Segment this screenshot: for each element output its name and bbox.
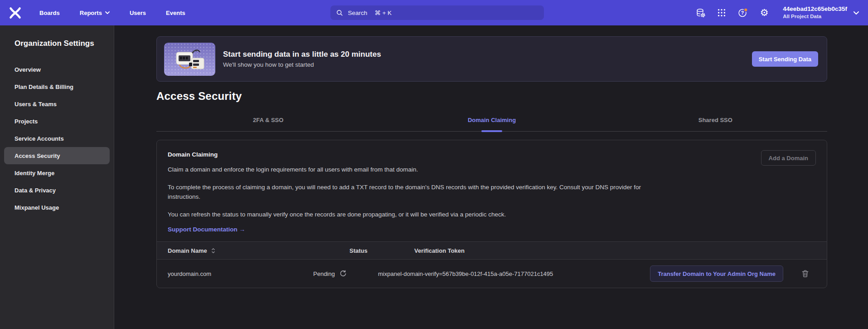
chevron-down-icon bbox=[853, 11, 859, 15]
delete-domain-icon[interactable] bbox=[800, 268, 811, 280]
verification-token-cell: mixpanel-domain-verify=567b39be-012f-415… bbox=[378, 270, 647, 277]
top-nav: Boards Reports Users Events Search ⌘ + K bbox=[0, 0, 868, 25]
column-header-label: Domain Name bbox=[168, 247, 207, 254]
data-management-icon[interactable] bbox=[695, 7, 706, 18]
page-title: Access Security bbox=[156, 90, 827, 103]
mixpanel-logo-icon[interactable] bbox=[9, 7, 21, 19]
column-header-domain-name[interactable]: Domain Name bbox=[157, 247, 313, 254]
tab-2fa-sso[interactable]: 2FA & SSO bbox=[156, 117, 380, 131]
tab-shared-sso[interactable]: Shared SSO bbox=[604, 117, 827, 131]
org-id: 44eebad12c65eb0c35f bbox=[783, 5, 847, 13]
chevron-down-icon bbox=[105, 11, 110, 14]
sidebar-item-data-privacy[interactable]: Data & Privacy bbox=[0, 182, 114, 199]
project-switcher[interactable]: 44eebad12c65eb0c35f All Project Data bbox=[783, 5, 859, 20]
panel-description-2: To complete the process of claiming a do… bbox=[168, 182, 657, 202]
tab-domain-claiming[interactable]: Domain Claiming bbox=[380, 117, 603, 131]
sidebar-menu: Overview Plan Details & Billing Users & … bbox=[0, 61, 114, 216]
onboarding-banner: Start sending data in as little as 20 mi… bbox=[156, 36, 827, 82]
search-icon bbox=[336, 9, 343, 16]
sidebar-item-projects[interactable]: Projects bbox=[0, 113, 114, 130]
help-icon[interactable]: ? bbox=[737, 7, 748, 18]
nav-item-events[interactable]: Events bbox=[166, 10, 185, 16]
banner-title: Start sending data in as little as 20 mi… bbox=[223, 50, 381, 59]
domain-name-cell: yourdomain.com bbox=[157, 270, 313, 277]
search-shortcut: ⌘ + K bbox=[374, 9, 392, 16]
domain-claiming-panel: Domain Claiming Claim a domain and enfor… bbox=[156, 140, 827, 288]
project-name: All Project Data bbox=[783, 13, 847, 20]
sidebar-item-overview[interactable]: Overview bbox=[0, 61, 114, 78]
sidebar-title: Organization Settings bbox=[0, 25, 114, 48]
onboarding-illustration bbox=[164, 43, 215, 76]
panel-description-3: You can refresh the status to manually v… bbox=[168, 210, 657, 220]
nav-item-reports[interactable]: Reports bbox=[80, 10, 110, 16]
sidebar-item-identity-merge[interactable]: Identity Merge bbox=[0, 164, 114, 182]
nav-item-users[interactable]: Users bbox=[130, 10, 146, 16]
banner-text: Start sending data in as little as 20 mi… bbox=[223, 50, 381, 68]
sidebar-item-access-security[interactable]: Access Security bbox=[4, 147, 110, 164]
add-domain-button[interactable]: Add a Domain bbox=[761, 150, 816, 166]
nav-item-label: Reports bbox=[80, 10, 102, 16]
column-header-verification-token: Verification Token bbox=[378, 247, 647, 254]
table-row: yourdomain.com Pending mixpanel-domain-v… bbox=[157, 260, 827, 288]
primary-nav: Boards Reports Users Events bbox=[39, 10, 185, 16]
search-input[interactable]: Search ⌘ + K bbox=[330, 5, 544, 20]
nav-item-boards[interactable]: Boards bbox=[39, 10, 60, 16]
support-documentation-link[interactable]: Support Documentation → bbox=[168, 226, 245, 233]
sidebar-item-plan-details-billing[interactable]: Plan Details & Billing bbox=[0, 78, 114, 95]
nav-item-label: Boards bbox=[39, 10, 60, 16]
transfer-domain-button[interactable]: Transfer Domain to Your Admin Org Name bbox=[650, 265, 783, 282]
gear-icon[interactable]: ⚙ bbox=[759, 7, 770, 18]
panel-description-1: Claim a domain and enforce the login req… bbox=[168, 165, 657, 175]
sidebar-item-service-accounts[interactable]: Service Accounts bbox=[0, 130, 114, 147]
search-placeholder: Search bbox=[348, 10, 367, 16]
nav-item-label: Users bbox=[130, 10, 146, 16]
column-header-status: Status bbox=[313, 247, 378, 254]
apps-grid-icon[interactable] bbox=[716, 7, 727, 18]
status-cell: Pending bbox=[313, 270, 378, 277]
settings-sidebar: Organization Settings Overview Plan Deta… bbox=[0, 25, 114, 329]
nav-item-label: Events bbox=[166, 10, 185, 16]
status-badge: Pending bbox=[313, 270, 335, 277]
panel-title: Domain Claiming bbox=[168, 151, 816, 158]
notification-dot bbox=[744, 8, 748, 11]
main-content: Start sending data in as little as 20 mi… bbox=[114, 25, 868, 329]
banner-subtitle: We'll show you how to get started bbox=[223, 61, 381, 68]
svg-text:?: ? bbox=[741, 10, 744, 15]
table-header-row: Domain Name Status Verification Token bbox=[157, 241, 827, 260]
nav-utilities: ? ⚙ 44eebad12c65eb0c35f All Project Data bbox=[695, 5, 859, 20]
sort-icon bbox=[211, 248, 216, 254]
start-sending-data-button[interactable]: Start Sending Data bbox=[752, 51, 818, 67]
access-security-tabs: 2FA & SSO Domain Claiming Shared SSO bbox=[156, 117, 827, 132]
domains-table: Domain Name Status Verification Token yo… bbox=[157, 241, 827, 288]
sidebar-item-mixpanel-usage[interactable]: Mixpanel Usage bbox=[0, 199, 114, 216]
sidebar-item-users-teams[interactable]: Users & Teams bbox=[0, 95, 114, 113]
refresh-status-icon[interactable] bbox=[339, 270, 347, 277]
